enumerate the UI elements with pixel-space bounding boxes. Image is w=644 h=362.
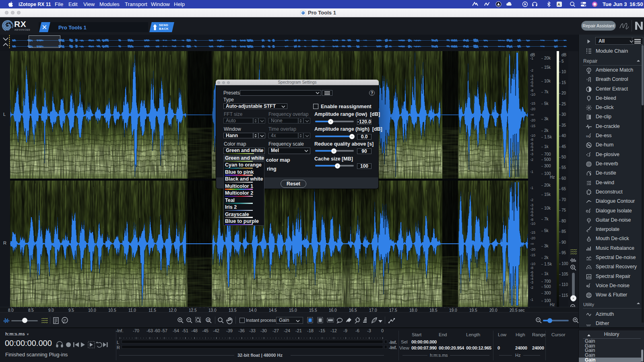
svg-text:50: 50: [561, 155, 566, 159]
svg-text:15k: 15k: [544, 65, 551, 70]
svg-text:-∞: -∞: [530, 242, 534, 246]
svg-text:300: 300: [544, 291, 551, 295]
svg-text:-15: -15: [530, 124, 535, 128]
svg-text:-3: -3: [530, 280, 533, 284]
svg-text:-10: -10: [530, 134, 535, 138]
svg-text:80: 80: [561, 219, 566, 223]
svg-text:-∞: -∞: [530, 113, 534, 117]
svg-text:5k: 5k: [544, 101, 549, 106]
svg-text:-3: -3: [530, 152, 533, 156]
svg-text:7k: 7k: [544, 90, 549, 94]
svg-text:1k: 1k: [544, 272, 549, 276]
svg-text:15k: 15k: [544, 192, 551, 197]
svg-text:700: 700: [544, 152, 551, 156]
svg-text:7k: 7k: [544, 217, 549, 221]
svg-text:3k: 3k: [544, 117, 549, 121]
svg-text:5: 5: [561, 59, 564, 64]
svg-text:95: 95: [561, 251, 566, 255]
svg-text:100: 100: [561, 261, 568, 266]
svg-text:@: @: [207, 318, 210, 322]
svg-text:-1: -1: [530, 186, 533, 190]
svg-text:3k: 3k: [544, 244, 549, 248]
svg-text:-1: -1: [530, 56, 533, 60]
svg-text:60: 60: [561, 176, 566, 181]
svg-text:-8: -8: [530, 138, 533, 142]
svg-text:-2: -2: [530, 68, 533, 72]
svg-text:30: 30: [561, 112, 566, 117]
svg-text:700: 700: [544, 279, 551, 284]
svg-text:-6: -6: [530, 84, 533, 88]
svg-text:-2: -2: [530, 158, 533, 162]
svg-text:-10: -10: [530, 93, 535, 97]
svg-text:-8: -8: [530, 218, 533, 222]
svg-text:105: 105: [561, 272, 568, 276]
svg-text:20k: 20k: [544, 183, 551, 187]
svg-text:-20: -20: [530, 118, 535, 122]
svg-text:300: 300: [544, 164, 551, 168]
svg-text:-2: -2: [530, 198, 533, 202]
svg-text:-8: -8: [530, 88, 533, 93]
svg-text:-6: -6: [530, 213, 533, 217]
svg-text:-10: -10: [530, 262, 535, 266]
svg-text:2k: 2k: [544, 255, 549, 260]
svg-text:-6: -6: [530, 142, 533, 146]
svg-text:110: 110: [561, 282, 568, 287]
svg-text:70: 70: [561, 197, 566, 202]
svg-text:25: 25: [561, 102, 566, 106]
svg-text:ss: ss: [586, 134, 589, 138]
svg-text:65: 65: [561, 187, 566, 191]
svg-text:-20: -20: [530, 236, 535, 240]
svg-text:-20: -20: [530, 247, 535, 251]
svg-text:-1: -1: [530, 298, 533, 302]
svg-text:-1: -1: [530, 170, 533, 174]
svg-text:-15: -15: [530, 230, 535, 234]
svg-text:-8: -8: [530, 266, 533, 270]
svg-text:20: 20: [561, 91, 566, 95]
svg-text:Hz: Hz: [550, 302, 555, 307]
svg-text:dB: dB: [561, 53, 567, 57]
svg-text:45: 45: [561, 144, 566, 149]
svg-text:-10: -10: [530, 222, 535, 226]
svg-text:5k: 5k: [544, 228, 549, 233]
svg-text:-15: -15: [530, 253, 535, 257]
svg-text:10: 10: [561, 70, 566, 74]
svg-text:-20: -20: [530, 107, 535, 111]
svg-text:115: 115: [561, 293, 568, 298]
svg-text:A: A: [557, 2, 560, 6]
svg-text:15: 15: [561, 80, 566, 85]
svg-text:55: 55: [561, 165, 566, 170]
svg-text:90: 90: [561, 240, 566, 245]
svg-text:35: 35: [561, 123, 566, 128]
svg-text:500: 500: [544, 157, 551, 162]
svg-text:1k: 1k: [544, 144, 549, 149]
svg-text:85: 85: [561, 229, 566, 234]
svg-text:20k: 20k: [544, 56, 551, 60]
svg-text:-6: -6: [530, 270, 533, 274]
svg-text:10k: 10k: [544, 79, 551, 83]
svg-text:40: 40: [561, 134, 566, 138]
svg-text:Hz: Hz: [550, 175, 555, 179]
svg-text:10k: 10k: [544, 206, 551, 210]
svg-text:-15: -15: [530, 101, 535, 105]
svg-text:500: 500: [544, 284, 551, 289]
svg-text:2k: 2k: [544, 128, 549, 133]
svg-text:1.5k: 1.5k: [544, 135, 552, 139]
svg-text:-2: -2: [530, 286, 533, 290]
svg-text:1.5k: 1.5k: [544, 262, 552, 266]
svg-text:75: 75: [561, 208, 566, 212]
